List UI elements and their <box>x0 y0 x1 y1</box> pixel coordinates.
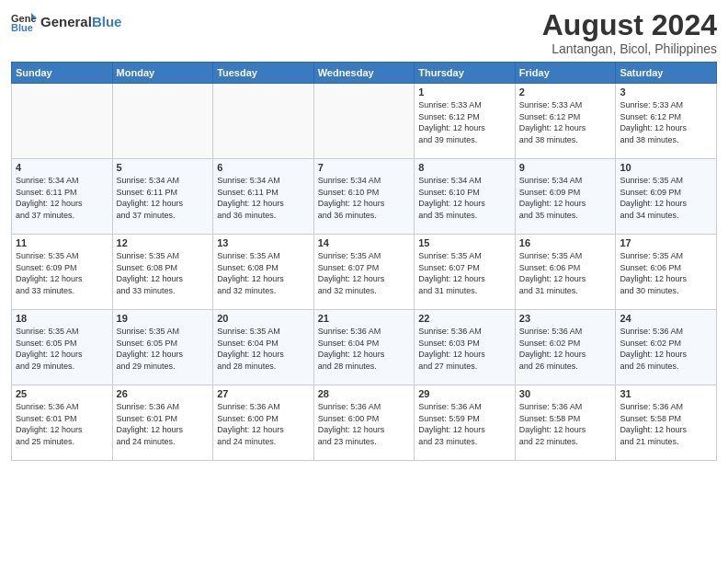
day-info: Sunrise: 5:35 AM Sunset: 6:07 PM Dayligh… <box>418 250 511 296</box>
day-number: 11 <box>16 237 108 248</box>
calendar-week-row: 18Sunrise: 5:35 AM Sunset: 6:05 PM Dayli… <box>12 310 717 385</box>
calendar-cell: 22Sunrise: 5:36 AM Sunset: 6:03 PM Dayli… <box>415 310 516 385</box>
calendar-header-row: Sunday Monday Tuesday Wednesday Thursday… <box>12 63 717 84</box>
day-info: Sunrise: 5:36 AM Sunset: 6:04 PM Dayligh… <box>318 326 411 372</box>
calendar-week-row: 11Sunrise: 5:35 AM Sunset: 6:09 PM Dayli… <box>12 235 717 310</box>
calendar-cell: 15Sunrise: 5:35 AM Sunset: 6:07 PM Dayli… <box>415 235 516 310</box>
day-number: 29 <box>418 388 511 399</box>
day-info: Sunrise: 5:36 AM Sunset: 6:01 PM Dayligh… <box>117 401 210 447</box>
page-container: General Blue GeneralBlue August 2024 Lan… <box>0 0 728 468</box>
calendar-cell: 16Sunrise: 5:35 AM Sunset: 6:06 PM Dayli… <box>515 235 616 310</box>
calendar-cell: 19Sunrise: 5:35 AM Sunset: 6:05 PM Dayli… <box>112 310 213 385</box>
day-number: 28 <box>318 388 411 399</box>
day-info: Sunrise: 5:35 AM Sunset: 6:05 PM Dayligh… <box>16 326 108 372</box>
day-number: 6 <box>217 162 310 173</box>
day-info: Sunrise: 5:34 AM Sunset: 6:09 PM Dayligh… <box>519 175 612 221</box>
col-wednesday: Wednesday <box>313 63 415 84</box>
calendar-cell: 6Sunrise: 5:34 AM Sunset: 6:11 PM Daylig… <box>213 159 314 235</box>
day-number: 7 <box>318 162 411 173</box>
day-number: 20 <box>217 313 310 324</box>
day-info: Sunrise: 5:36 AM Sunset: 6:00 PM Dayligh… <box>217 401 310 447</box>
day-info: Sunrise: 5:36 AM Sunset: 6:02 PM Dayligh… <box>519 326 612 372</box>
calendar-cell: 1Sunrise: 5:33 AM Sunset: 6:12 PM Daylig… <box>415 84 516 159</box>
day-info: Sunrise: 5:36 AM Sunset: 6:03 PM Dayligh… <box>418 326 511 372</box>
day-info: Sunrise: 5:35 AM Sunset: 6:05 PM Dayligh… <box>117 326 210 372</box>
calendar-cell: 21Sunrise: 5:36 AM Sunset: 6:04 PM Dayli… <box>313 310 415 385</box>
day-number: 26 <box>117 388 210 399</box>
day-info: Sunrise: 5:36 AM Sunset: 6:01 PM Dayligh… <box>16 401 108 447</box>
day-number: 10 <box>620 162 712 173</box>
logo: General Blue GeneralBlue <box>11 9 121 35</box>
day-info: Sunrise: 5:34 AM Sunset: 6:10 PM Dayligh… <box>418 175 511 221</box>
calendar-cell: 7Sunrise: 5:34 AM Sunset: 6:10 PM Daylig… <box>313 159 415 235</box>
day-info: Sunrise: 5:35 AM Sunset: 6:04 PM Dayligh… <box>217 326 310 372</box>
day-number: 1 <box>418 86 511 98</box>
day-info: Sunrise: 5:34 AM Sunset: 6:11 PM Dayligh… <box>117 175 210 221</box>
calendar-week-row: 25Sunrise: 5:36 AM Sunset: 6:01 PM Dayli… <box>12 385 717 461</box>
calendar-cell: 31Sunrise: 5:36 AM Sunset: 5:58 PM Dayli… <box>616 385 717 461</box>
calendar-cell: 26Sunrise: 5:36 AM Sunset: 6:01 PM Dayli… <box>112 385 213 461</box>
calendar-cell: 2Sunrise: 5:33 AM Sunset: 6:12 PM Daylig… <box>515 84 616 159</box>
calendar-cell <box>213 84 314 159</box>
day-number: 3 <box>620 86 712 98</box>
day-info: Sunrise: 5:36 AM Sunset: 5:59 PM Dayligh… <box>418 401 511 447</box>
calendar-cell: 4Sunrise: 5:34 AM Sunset: 6:11 PM Daylig… <box>12 159 113 235</box>
day-number: 27 <box>217 388 310 399</box>
day-number: 23 <box>519 313 612 324</box>
day-number: 13 <box>217 237 310 248</box>
calendar-cell: 10Sunrise: 5:35 AM Sunset: 6:09 PM Dayli… <box>616 159 717 235</box>
day-info: Sunrise: 5:33 AM Sunset: 6:12 PM Dayligh… <box>519 99 612 145</box>
calendar-week-row: 4Sunrise: 5:34 AM Sunset: 6:11 PM Daylig… <box>12 159 717 235</box>
calendar-cell: 25Sunrise: 5:36 AM Sunset: 6:01 PM Dayli… <box>12 385 113 461</box>
day-number: 5 <box>117 162 210 173</box>
page-title: August 2024 <box>542 9 717 41</box>
day-number: 18 <box>16 313 108 324</box>
calendar-cell <box>12 84 113 159</box>
day-info: Sunrise: 5:35 AM Sunset: 6:08 PM Dayligh… <box>117 250 210 296</box>
day-info: Sunrise: 5:33 AM Sunset: 6:12 PM Dayligh… <box>620 99 712 145</box>
day-number: 2 <box>519 86 612 98</box>
logo-text: GeneralBlue <box>40 14 121 30</box>
logo-general: General <box>40 14 92 29</box>
logo-icon: General Blue <box>11 9 37 35</box>
day-info: Sunrise: 5:36 AM Sunset: 6:00 PM Dayligh… <box>318 401 411 447</box>
calendar-cell: 29Sunrise: 5:36 AM Sunset: 5:59 PM Dayli… <box>415 385 516 461</box>
calendar-cell: 20Sunrise: 5:35 AM Sunset: 6:04 PM Dayli… <box>213 310 314 385</box>
day-number: 19 <box>117 313 210 324</box>
calendar-cell: 27Sunrise: 5:36 AM Sunset: 6:00 PM Dayli… <box>213 385 314 461</box>
col-tuesday: Tuesday <box>213 63 314 84</box>
day-info: Sunrise: 5:35 AM Sunset: 6:08 PM Dayligh… <box>217 250 310 296</box>
day-info: Sunrise: 5:35 AM Sunset: 6:06 PM Dayligh… <box>519 250 612 296</box>
calendar-cell <box>313 84 415 159</box>
day-info: Sunrise: 5:35 AM Sunset: 6:07 PM Dayligh… <box>318 250 411 296</box>
page-subtitle: Lantangan, Bicol, Philippines <box>542 41 717 56</box>
calendar-cell: 12Sunrise: 5:35 AM Sunset: 6:08 PM Dayli… <box>112 235 213 310</box>
calendar-cell: 13Sunrise: 5:35 AM Sunset: 6:08 PM Dayli… <box>213 235 314 310</box>
col-monday: Monday <box>112 63 213 84</box>
calendar-week-row: 1Sunrise: 5:33 AM Sunset: 6:12 PM Daylig… <box>12 84 717 159</box>
calendar-cell: 18Sunrise: 5:35 AM Sunset: 6:05 PM Dayli… <box>12 310 113 385</box>
calendar-cell: 5Sunrise: 5:34 AM Sunset: 6:11 PM Daylig… <box>112 159 213 235</box>
col-sunday: Sunday <box>12 63 113 84</box>
calendar-table: Sunday Monday Tuesday Wednesday Thursday… <box>11 62 717 461</box>
calendar-cell: 14Sunrise: 5:35 AM Sunset: 6:07 PM Dayli… <box>313 235 415 310</box>
calendar-cell: 30Sunrise: 5:36 AM Sunset: 5:58 PM Dayli… <box>515 385 616 461</box>
day-number: 22 <box>418 313 511 324</box>
day-number: 12 <box>117 237 210 248</box>
calendar-cell: 11Sunrise: 5:35 AM Sunset: 6:09 PM Dayli… <box>12 235 113 310</box>
day-number: 8 <box>418 162 511 173</box>
day-number: 25 <box>16 388 108 399</box>
calendar-cell: 28Sunrise: 5:36 AM Sunset: 6:00 PM Dayli… <box>313 385 415 461</box>
day-info: Sunrise: 5:35 AM Sunset: 6:09 PM Dayligh… <box>620 175 712 221</box>
day-info: Sunrise: 5:35 AM Sunset: 6:09 PM Dayligh… <box>16 250 108 296</box>
calendar-cell: 24Sunrise: 5:36 AM Sunset: 6:02 PM Dayli… <box>616 310 717 385</box>
col-friday: Friday <box>515 63 616 84</box>
calendar-cell: 8Sunrise: 5:34 AM Sunset: 6:10 PM Daylig… <box>415 159 516 235</box>
day-info: Sunrise: 5:35 AM Sunset: 6:06 PM Dayligh… <box>620 250 712 296</box>
calendar-cell: 17Sunrise: 5:35 AM Sunset: 6:06 PM Dayli… <box>616 235 717 310</box>
day-number: 21 <box>318 313 411 324</box>
col-thursday: Thursday <box>415 63 516 84</box>
col-saturday: Saturday <box>616 63 717 84</box>
calendar-cell: 23Sunrise: 5:36 AM Sunset: 6:02 PM Dayli… <box>515 310 616 385</box>
svg-text:Blue: Blue <box>11 22 33 33</box>
